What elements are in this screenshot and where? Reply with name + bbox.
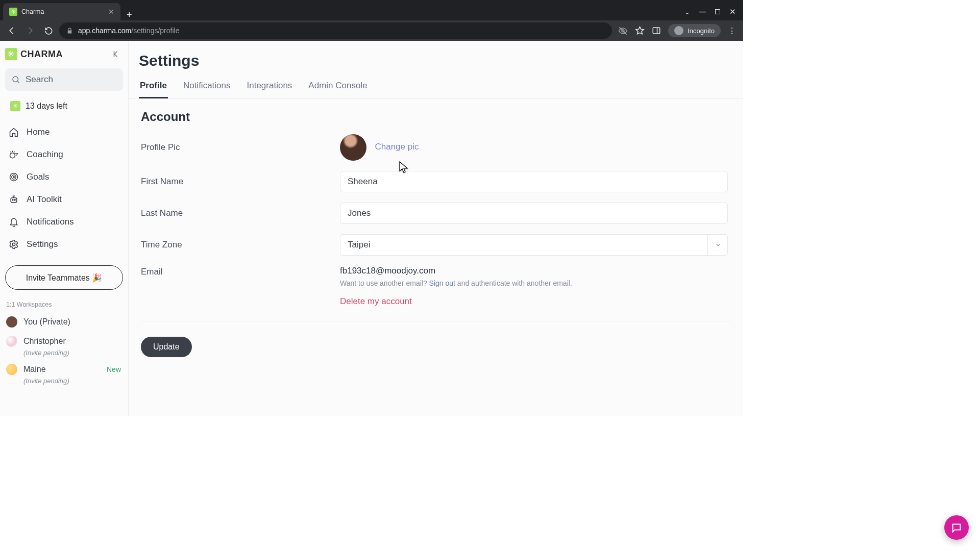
svg-point-6 xyxy=(13,177,15,178)
svg-point-2 xyxy=(13,77,18,82)
side-panel-icon[interactable] xyxy=(652,26,661,35)
svg-point-8 xyxy=(12,199,13,201)
browser-toolbar: app.charma.com/settings/profile Incognit… xyxy=(0,20,743,41)
trial-badge-icon xyxy=(10,101,20,111)
sidebar-item-notifications[interactable]: Notifications xyxy=(4,211,124,233)
sidebar-item-settings[interactable]: Settings xyxy=(4,234,124,255)
gear-icon xyxy=(8,239,19,250)
avatar-icon xyxy=(6,316,17,328)
invite-teammates-button[interactable]: Invite Teammates 🎉 xyxy=(5,265,123,290)
sidebar-item-label: Coaching xyxy=(27,149,63,160)
nav-back-button[interactable] xyxy=(4,23,19,38)
search-input[interactable]: Search xyxy=(5,68,123,91)
change-pic-link[interactable]: Change pic xyxy=(375,142,419,152)
trial-days-left[interactable]: 13 days left xyxy=(0,97,128,119)
sign-out-link[interactable]: Sign out xyxy=(429,279,455,287)
profile-avatar xyxy=(340,134,366,161)
last-name-input[interactable] xyxy=(340,203,728,224)
main-content: Settings Profile Notifications Integrati… xyxy=(129,41,743,416)
favicon-icon xyxy=(9,8,17,16)
svg-point-9 xyxy=(14,199,15,201)
page-title: Settings xyxy=(129,50,743,78)
home-icon xyxy=(8,127,19,138)
sidebar-item-ai-toolkit[interactable]: AI Toolkit xyxy=(4,189,124,210)
eye-off-icon[interactable] xyxy=(618,26,628,36)
bell-icon xyxy=(8,216,19,228)
workspace-label: Christopher xyxy=(23,337,66,346)
svg-rect-7 xyxy=(11,198,17,203)
profile-pic-label: Profile Pic xyxy=(141,142,340,153)
sidebar-item-label: Notifications xyxy=(27,217,74,227)
email-note: Want to use another email? Sign out and … xyxy=(340,279,731,287)
email-value: fb193c18@moodjoy.com xyxy=(340,266,731,276)
tab-admin-console[interactable]: Admin Console xyxy=(307,78,368,98)
tab-close-icon[interactable]: ✕ xyxy=(108,8,114,16)
bookmark-star-icon[interactable] xyxy=(635,26,645,36)
tab-title: Charma xyxy=(21,8,104,15)
last-name-label: Last Name xyxy=(141,208,340,218)
collapse-sidebar-icon[interactable] xyxy=(112,49,121,59)
email-label: Email xyxy=(141,266,340,277)
incognito-label: Incognito xyxy=(688,27,715,35)
search-icon xyxy=(11,75,20,84)
workspace-new-tag: New xyxy=(107,365,121,373)
browser-chrome: Charma ✕ + ⌄ ─ ✕ app.charma.com/settings… xyxy=(0,0,743,41)
settings-tabs: Profile Notifications Integrations Admin… xyxy=(129,78,743,98)
window-controls: ⌄ ─ ✕ xyxy=(677,3,743,20)
robot-icon xyxy=(8,194,19,205)
timezone-select[interactable] xyxy=(340,234,728,256)
browser-tab[interactable]: Charma ✕ xyxy=(3,3,120,20)
workspace-item-christopher[interactable]: Christopher xyxy=(0,332,128,351)
delete-account-link[interactable]: Delete my account xyxy=(340,296,731,307)
url-text: app.charma.com/settings/profile xyxy=(78,27,179,35)
trial-text: 13 days left xyxy=(26,102,67,111)
svg-point-3 xyxy=(10,153,15,158)
sidebar-item-goals[interactable]: Goals xyxy=(4,166,124,188)
svg-point-4 xyxy=(10,173,18,181)
sidebar-item-label: AI Toolkit xyxy=(27,194,62,205)
timezone-label: Time Zone xyxy=(141,240,340,250)
sidebar-item-label: Home xyxy=(27,127,50,137)
avatar-icon xyxy=(6,364,17,375)
new-tab-button[interactable]: + xyxy=(120,10,138,20)
whistle-icon xyxy=(8,149,19,160)
logo-icon xyxy=(5,48,17,60)
incognito-badge[interactable]: Incognito xyxy=(668,24,721,37)
workspace-label: Maine xyxy=(23,365,46,374)
first-name-input[interactable] xyxy=(340,171,728,192)
svg-rect-1 xyxy=(653,28,660,34)
nav-reload-button[interactable] xyxy=(41,23,56,38)
tab-notifications[interactable]: Notifications xyxy=(182,78,232,98)
svg-point-10 xyxy=(12,243,15,245)
target-icon xyxy=(8,171,19,183)
tab-profile[interactable]: Profile xyxy=(139,78,168,98)
tab-strip: Charma ✕ + ⌄ ─ ✕ xyxy=(0,0,743,20)
window-close-icon[interactable]: ✕ xyxy=(729,7,736,16)
sidebar-item-coaching[interactable]: Coaching xyxy=(4,144,124,165)
incognito-icon xyxy=(674,26,683,35)
tab-integrations[interactable]: Integrations xyxy=(246,78,293,98)
sidebar-item-label: Goals xyxy=(27,172,49,182)
nav-forward-button[interactable] xyxy=(22,23,38,38)
tabs-dropdown-icon[interactable]: ⌄ xyxy=(684,8,690,16)
address-bar[interactable]: app.charma.com/settings/profile xyxy=(59,22,612,39)
lock-icon xyxy=(66,28,73,34)
brand-logo[interactable]: CHARMA xyxy=(5,48,63,60)
workspace-item-maine[interactable]: Maine New xyxy=(0,360,128,379)
sidebar: CHARMA Search 13 days left Home Coaching xyxy=(0,41,129,416)
kebab-menu-icon[interactable]: ⋮ xyxy=(728,26,736,36)
sidebar-item-label: Settings xyxy=(27,239,58,249)
account-heading: Account xyxy=(141,110,731,124)
workspace-label: You (Private) xyxy=(23,317,70,327)
invite-label: Invite Teammates 🎉 xyxy=(26,273,103,283)
workspace-item-you[interactable]: You (Private) xyxy=(0,312,128,332)
avatar-icon xyxy=(6,336,17,347)
workspaces-heading: 1:1 Workspaces xyxy=(0,299,128,312)
search-placeholder: Search xyxy=(26,74,53,85)
svg-point-5 xyxy=(12,175,16,179)
update-button[interactable]: Update xyxy=(141,337,192,357)
first-name-label: First Name xyxy=(141,177,340,187)
brand-name: CHARMA xyxy=(20,49,63,60)
window-maximize-icon[interactable] xyxy=(715,9,720,14)
sidebar-item-home[interactable]: Home xyxy=(4,121,124,143)
